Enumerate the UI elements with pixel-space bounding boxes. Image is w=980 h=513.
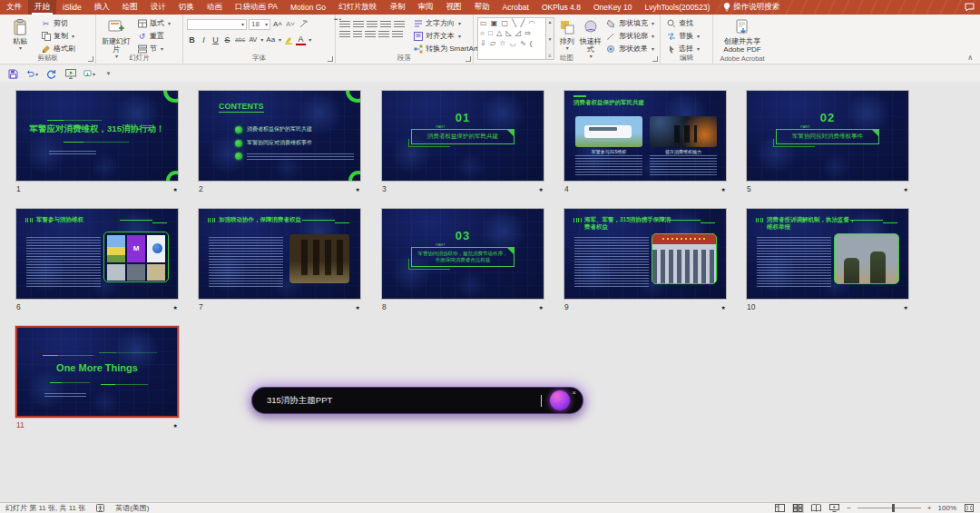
- slide-11-thumbnail[interactable]: One More Things: [15, 326, 179, 418]
- tab-slideshow[interactable]: 幻灯片放映: [332, 0, 384, 15]
- strikethrough-button[interactable]: S: [222, 35, 232, 45]
- green-arc-decoration: [163, 90, 179, 103]
- paste-button[interactable]: 粘贴 ▾: [4, 17, 36, 54]
- align-center-button[interactable]: [353, 29, 362, 37]
- comments-icon[interactable]: [964, 2, 975, 12]
- ai-assistant-icon[interactable]: [550, 390, 570, 410]
- tab-insert[interactable]: 插入: [88, 0, 116, 15]
- reset-button[interactable]: ↺ 重置: [135, 30, 172, 42]
- tab-record[interactable]: 录制: [384, 0, 412, 15]
- cut-button[interactable]: ✂ 剪切: [39, 17, 77, 29]
- slide-title-text: 消费者权益保护的军民共建: [573, 99, 644, 106]
- tab-onekey[interactable]: OneKey 10: [587, 0, 639, 15]
- copy-button[interactable]: 复制 ▾: [39, 30, 77, 42]
- bold-button[interactable]: B: [187, 35, 197, 45]
- numbering-button[interactable]: [353, 19, 364, 27]
- slide-9-thumbnail[interactable]: 海军、军警，315消协携手保障消费者权益: [564, 208, 727, 300]
- highlight-pen-icon[interactable]: [283, 35, 294, 45]
- reading-view-button[interactable]: [810, 504, 822, 513]
- find-button[interactable]: 查找: [664, 17, 709, 29]
- photo-banner: [652, 234, 716, 244]
- justify-button[interactable]: [378, 29, 389, 37]
- customize-qat-button[interactable]: ▾: [103, 68, 114, 80]
- character-spacing-button[interactable]: AV: [248, 35, 258, 45]
- tab-acrobat[interactable]: Acrobat: [496, 0, 535, 15]
- align-right-button[interactable]: [365, 29, 376, 37]
- slide-6-thumbnail[interactable]: 军警参与消协维权 M: [15, 208, 179, 300]
- increase-indent-button[interactable]: [380, 19, 391, 27]
- slide-10-thumbnail[interactable]: 消费者投诉调解机制，执法监督，维权举报: [746, 208, 909, 300]
- slide-5-thumbnail[interactable]: 02 PART 军警协同应对消费维权事件: [746, 90, 909, 182]
- shape-outline-button[interactable]: 形状轮廓 ▾: [604, 30, 656, 42]
- layout-button[interactable]: 版式 ▾: [135, 17, 172, 29]
- tab-transitions[interactable]: 切换: [172, 0, 201, 15]
- slide-4-thumbnail[interactable]: 消费者权益保护的军民共建 军警参与315维权 提升消费维权能力: [564, 90, 727, 182]
- font-name-combobox[interactable]: ▾: [187, 19, 247, 30]
- soldiers-photo-placeholder: [834, 233, 899, 284]
- tab-lvyhtools[interactable]: LvyhTools(200523): [638, 0, 716, 15]
- tab-draw[interactable]: 绘图: [116, 0, 144, 15]
- slide-sorter-canvas[interactable]: 军警应对消费维权，315消协行动！ 1★ CONTENTS 消费者权益保护的军民…: [0, 82, 980, 502]
- tab-islide[interactable]: iSlide: [56, 0, 88, 15]
- zoom-slider-handle[interactable]: [892, 504, 895, 512]
- text-cursor: [541, 395, 542, 407]
- columns-button[interactable]: [392, 29, 403, 37]
- collapse-ribbon-button[interactable]: ∧: [967, 54, 973, 62]
- slide-8-thumbnail[interactable]: 03 PART 军警协同消协联动，规范消费市场秩序，全面保障消费者合法权益: [381, 208, 544, 300]
- zoom-out-button[interactable]: −: [847, 504, 851, 512]
- tab-pocket-animation[interactable]: 口袋动画 PA: [229, 0, 284, 15]
- tab-review[interactable]: 审阅: [412, 0, 440, 15]
- tab-okplus[interactable]: OKPlus 4.8: [535, 0, 587, 15]
- tab-view[interactable]: 视图: [440, 0, 468, 15]
- font-dialog-launcher[interactable]: [328, 56, 333, 62]
- clipboard-dialog-launcher[interactable]: [88, 56, 93, 62]
- change-case-button[interactable]: Aa: [265, 35, 276, 45]
- clear-formatting-button[interactable]: [298, 19, 309, 30]
- slide-7-thumbnail[interactable]: 加强联动协作，保障消费者权益: [198, 208, 361, 300]
- drawing-dialog-launcher[interactable]: [652, 56, 658, 62]
- tab-help[interactable]: 帮助: [468, 0, 496, 15]
- assistant-popup[interactable]: 315消协主题PPT ×: [251, 387, 583, 414]
- shape-fill-button[interactable]: 形状填充 ▾: [604, 17, 656, 29]
- slideshow-view-button[interactable]: [828, 504, 840, 513]
- italic-button[interactable]: I: [199, 35, 209, 45]
- slide-sorter-view-button[interactable]: [792, 504, 804, 513]
- normal-view-button[interactable]: [774, 504, 786, 513]
- save-button[interactable]: [7, 68, 19, 80]
- slide-1-thumbnail[interactable]: 军警应对消费维权，315消协行动！: [15, 90, 179, 182]
- redo-button[interactable]: [45, 68, 57, 80]
- slide-2-thumbnail[interactable]: CONTENTS 消费者权益保护的军民共建 军警协同应对消费维权事件: [198, 90, 361, 182]
- font-color-button[interactable]: A: [296, 35, 306, 45]
- tab-animations[interactable]: 动画: [201, 0, 229, 15]
- paragraph-dialog-launcher[interactable]: [466, 56, 471, 62]
- accessibility-checker-icon[interactable]: [94, 504, 106, 513]
- language-status[interactable]: 英语(美国): [115, 503, 149, 513]
- create-pdf-button[interactable]: 创建并共享 Adobe PDF: [717, 17, 768, 54]
- undo-button[interactable]: ▾: [26, 68, 38, 80]
- zoom-slider[interactable]: [858, 508, 921, 508]
- zoom-level[interactable]: 100%: [938, 504, 956, 512]
- align-left-button[interactable]: [339, 29, 350, 37]
- popup-close-icon[interactable]: ×: [572, 390, 576, 397]
- shrink-font-button[interactable]: A˅: [285, 19, 296, 30]
- decrease-indent-button[interactable]: [367, 19, 377, 27]
- zoom-in-button[interactable]: +: [927, 504, 932, 512]
- tab-motion-go[interactable]: Motion Go: [284, 0, 332, 15]
- tell-me-search[interactable]: 操作说明搜索: [716, 0, 787, 15]
- subscript-abc-button[interactable]: abc: [234, 35, 246, 45]
- fit-to-window-button[interactable]: [963, 504, 975, 513]
- tab-design[interactable]: 设计: [144, 0, 172, 15]
- underline-button[interactable]: U: [211, 35, 220, 45]
- start-slideshow-button[interactable]: [64, 68, 76, 80]
- replace-button[interactable]: 替换 ▾: [664, 30, 709, 42]
- animation-star-icon: ★: [721, 304, 726, 311]
- font-size-combobox[interactable]: 18▾: [249, 19, 270, 30]
- line-spacing-button[interactable]: [394, 19, 405, 27]
- tab-file[interactable]: 文件: [0, 0, 28, 15]
- tab-home[interactable]: 开始: [28, 0, 56, 15]
- grow-font-button[interactable]: A˄: [272, 19, 283, 30]
- slide-3-thumbnail[interactable]: 01 PART 消费者权益保护的军民共建: [381, 90, 544, 182]
- touch-mouse-mode-button[interactable]: ▾: [83, 68, 95, 80]
- create-pdf-label-2: Adobe PDF: [723, 45, 760, 54]
- bullets-button[interactable]: [339, 19, 350, 27]
